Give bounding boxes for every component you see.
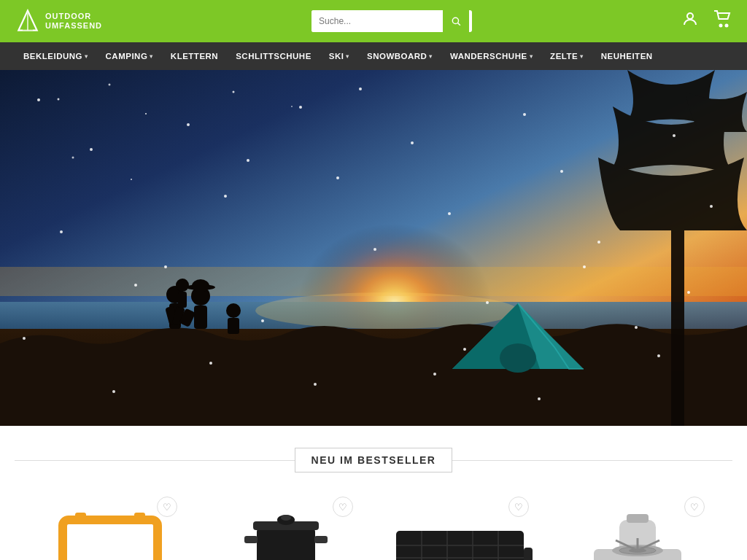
svg-rect-46 <box>314 536 328 543</box>
nav-item-ski[interactable]: SKI ▾ <box>320 42 358 70</box>
svg-point-34 <box>72 157 74 159</box>
product-card: Rabatt ♡ <box>206 491 366 560</box>
header-icons <box>681 10 732 32</box>
svg-rect-40 <box>134 513 145 521</box>
svg-rect-59 <box>627 514 649 523</box>
svg-point-31 <box>145 113 147 114</box>
product-image-wrap: Rabatt ♡ <box>565 491 711 560</box>
nav-item-zelte[interactable]: ZELTE ▾ <box>541 42 592 70</box>
navbar: BEKLEIDUNG ▾ CAMPING ▾ KLETTERN SCHLITTS… <box>0 42 747 70</box>
wishlist-button[interactable]: ♡ <box>333 497 353 517</box>
chevron-down-icon: ▾ <box>580 53 584 60</box>
svg-point-32 <box>233 91 235 93</box>
products-row: Rabatt ♡ <box>15 491 732 560</box>
svg-point-26 <box>226 303 241 318</box>
product-image-wrap: Rabatt ♡ <box>37 491 183 560</box>
user-icon[interactable] <box>681 10 699 32</box>
logo-icon <box>15 8 41 34</box>
svg-point-3 <box>452 18 458 23</box>
svg-rect-20 <box>178 292 187 308</box>
svg-point-19 <box>176 279 189 292</box>
svg-rect-39 <box>75 513 86 521</box>
search-input[interactable] <box>311 10 443 32</box>
svg-point-5 <box>687 13 693 19</box>
svg-point-44 <box>281 515 291 521</box>
svg-point-29 <box>58 98 60 101</box>
header: OUTDOOR UMFASSEND <box>0 0 747 42</box>
svg-point-33 <box>291 106 293 107</box>
logo[interactable]: OUTDOOR UMFASSEND <box>15 8 102 34</box>
product-card: Rabatt ♡ <box>382 491 542 560</box>
nav-item-snowboard[interactable]: SNOWBOARD ▾ <box>358 42 441 70</box>
chevron-down-icon: ▾ <box>150 53 153 60</box>
search-button[interactable] <box>443 10 469 32</box>
logo-text: OUTDOOR UMFASSEND <box>45 12 102 31</box>
svg-rect-10 <box>0 267 747 296</box>
svg-rect-45 <box>244 536 258 543</box>
nav-item-wanderschuhe[interactable]: WANDERSCHUHE ▾ <box>441 42 541 70</box>
wishlist-button[interactable]: ♡ <box>157 497 177 517</box>
product-card: Rabatt ♡ <box>30 491 190 560</box>
nav-item-klettern[interactable]: KLETTERN <box>162 42 227 70</box>
svg-point-12 <box>255 292 518 329</box>
svg-point-14 <box>500 343 536 373</box>
chevron-down-icon: ▾ <box>530 53 533 60</box>
wishlist-button[interactable]: ♡ <box>508 497 529 517</box>
chevron-down-icon: ▾ <box>346 53 349 60</box>
svg-line-4 <box>458 23 460 26</box>
product-card: Rabatt ♡ <box>557 491 718 560</box>
wishlist-button[interactable]: ♡ <box>684 497 705 517</box>
search-icon <box>451 16 461 26</box>
svg-point-30 <box>109 84 111 86</box>
hero-scene <box>0 70 747 426</box>
product-cooking-ring-img <box>44 498 176 560</box>
nav-item-schlittschuhe[interactable]: SCHLITTSCHUHE <box>227 42 320 70</box>
section-title-wrap: NEU IM BESTSELLER <box>15 448 732 472</box>
nav-item-neuheiten[interactable]: NEUHEITEN <box>592 42 662 70</box>
cart-icon[interactable] <box>713 10 732 32</box>
svg-rect-36 <box>63 520 158 560</box>
section-line-right <box>452 460 732 461</box>
section-title: NEU IM BESTSELLER <box>295 448 453 472</box>
nav-item-bekleidung[interactable]: BEKLEIDUNG ▾ <box>15 42 97 70</box>
product-image-wrap: Rabatt ♡ <box>389 491 535 560</box>
section-line-left <box>15 460 295 461</box>
product-pot-img <box>231 498 341 560</box>
hero-banner <box>0 70 747 426</box>
nav-item-camping[interactable]: CAMPING ▾ <box>97 42 162 70</box>
svg-rect-56 <box>524 548 533 560</box>
chevron-down-icon: ▾ <box>429 53 433 60</box>
svg-point-6 <box>720 25 722 27</box>
search-bar <box>311 10 472 32</box>
svg-rect-41 <box>257 527 315 560</box>
product-image-wrap: Rabatt ♡ <box>213 491 359 560</box>
svg-point-35 <box>131 179 132 180</box>
product-stove-img <box>579 498 696 560</box>
chevron-down-icon: ▾ <box>85 53 88 60</box>
svg-rect-24 <box>194 306 207 329</box>
svg-rect-27 <box>228 318 239 334</box>
bestseller-section: NEU IM BESTSELLER Rabatt ♡ <box>0 426 747 560</box>
svg-point-7 <box>726 25 728 27</box>
svg-point-23 <box>192 279 209 292</box>
